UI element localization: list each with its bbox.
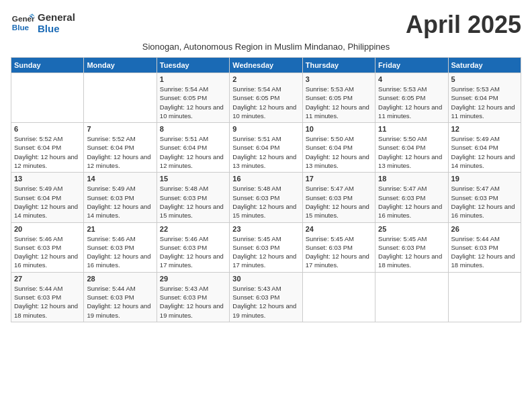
page-subtitle: Sionogan, Autonomous Region in Muslim Mi… — [11, 42, 521, 52]
col-header-tuesday: Tuesday — [157, 58, 229, 73]
calendar-cell — [84, 73, 157, 123]
day-info: Sunrise: 5:43 AM Sunset: 6:03 PM Dayligh… — [160, 284, 226, 320]
day-number: 27 — [14, 275, 81, 283]
calendar-week-4: 20Sunrise: 5:46 AM Sunset: 6:03 PM Dayli… — [11, 222, 521, 272]
day-info: Sunrise: 5:45 AM Sunset: 6:03 PM Dayligh… — [306, 234, 372, 270]
logo-blue: Blue — [38, 23, 75, 34]
day-info: Sunrise: 5:45 AM Sunset: 6:03 PM Dayligh… — [232, 234, 299, 270]
col-header-saturday: Saturday — [448, 58, 521, 73]
day-number: 25 — [378, 225, 445, 233]
logo: General Blue General Blue — [11, 11, 75, 35]
col-header-sunday: Sunday — [11, 58, 84, 73]
calendar-cell: 27Sunrise: 5:44 AM Sunset: 6:03 PM Dayli… — [11, 272, 84, 322]
calendar-cell: 11Sunrise: 5:50 AM Sunset: 6:04 PM Dayli… — [375, 123, 448, 173]
calendar-cell: 10Sunrise: 5:50 AM Sunset: 6:04 PM Dayli… — [302, 123, 375, 173]
day-number: 4 — [378, 75, 445, 83]
calendar-cell: 30Sunrise: 5:43 AM Sunset: 6:03 PM Dayli… — [230, 272, 302, 322]
day-info: Sunrise: 5:48 AM Sunset: 6:03 PM Dayligh… — [232, 184, 299, 220]
day-info: Sunrise: 5:49 AM Sunset: 6:04 PM Dayligh… — [451, 134, 518, 170]
day-number: 19 — [451, 175, 518, 183]
calendar-cell: 1Sunrise: 5:54 AM Sunset: 6:05 PM Daylig… — [157, 73, 229, 123]
day-info: Sunrise: 5:49 AM Sunset: 6:03 PM Dayligh… — [87, 184, 153, 220]
calendar-cell: 22Sunrise: 5:46 AM Sunset: 6:03 PM Dayli… — [157, 222, 229, 272]
day-info: Sunrise: 5:46 AM Sunset: 6:03 PM Dayligh… — [160, 234, 226, 270]
calendar-cell — [11, 73, 84, 123]
day-number: 3 — [306, 75, 372, 83]
calendar-cell: 21Sunrise: 5:46 AM Sunset: 6:03 PM Dayli… — [84, 222, 157, 272]
day-number: 26 — [451, 225, 518, 233]
day-info: Sunrise: 5:47 AM Sunset: 6:03 PM Dayligh… — [378, 184, 445, 220]
calendar-cell: 5Sunrise: 5:53 AM Sunset: 6:04 PM Daylig… — [448, 73, 521, 123]
day-info: Sunrise: 5:44 AM Sunset: 6:03 PM Dayligh… — [451, 234, 518, 270]
calendar-week-3: 13Sunrise: 5:49 AM Sunset: 6:04 PM Dayli… — [11, 173, 521, 222]
col-header-thursday: Thursday — [302, 58, 375, 73]
calendar-header-row: SundayMondayTuesdayWednesdayThursdayFrid… — [11, 58, 521, 73]
day-number: 29 — [160, 275, 226, 283]
day-info: Sunrise: 5:47 AM Sunset: 6:03 PM Dayligh… — [451, 184, 518, 220]
calendar-cell: 25Sunrise: 5:45 AM Sunset: 6:03 PM Dayli… — [375, 222, 448, 272]
day-info: Sunrise: 5:51 AM Sunset: 6:04 PM Dayligh… — [160, 134, 226, 170]
day-number: 1 — [160, 75, 226, 83]
day-number: 7 — [87, 125, 153, 133]
calendar-cell: 7Sunrise: 5:52 AM Sunset: 6:04 PM Daylig… — [84, 123, 157, 173]
logo-icon: General Blue — [11, 11, 35, 35]
day-number: 8 — [160, 125, 226, 133]
page-header: General Blue General Blue April 2025 — [11, 11, 521, 39]
day-number: 16 — [232, 175, 299, 183]
day-info: Sunrise: 5:53 AM Sunset: 6:05 PM Dayligh… — [306, 85, 372, 120]
calendar-cell — [375, 272, 448, 322]
svg-text:Blue: Blue — [12, 23, 30, 32]
calendar-week-5: 27Sunrise: 5:44 AM Sunset: 6:03 PM Dayli… — [11, 272, 521, 322]
day-number: 10 — [306, 125, 372, 133]
calendar-cell: 19Sunrise: 5:47 AM Sunset: 6:03 PM Dayli… — [448, 173, 521, 222]
day-number: 21 — [87, 225, 153, 233]
day-number: 18 — [378, 175, 445, 183]
calendar-body: 1Sunrise: 5:54 AM Sunset: 6:05 PM Daylig… — [11, 73, 521, 322]
day-number: 30 — [232, 275, 299, 283]
calendar-cell: 29Sunrise: 5:43 AM Sunset: 6:03 PM Dayli… — [157, 272, 229, 322]
calendar-week-1: 1Sunrise: 5:54 AM Sunset: 6:05 PM Daylig… — [11, 73, 521, 123]
day-number: 9 — [232, 125, 299, 133]
col-header-friday: Friday — [375, 58, 448, 73]
month-title: April 2025 — [406, 11, 521, 39]
calendar-cell: 9Sunrise: 5:51 AM Sunset: 6:04 PM Daylig… — [230, 123, 302, 173]
day-number: 12 — [451, 125, 518, 133]
day-info: Sunrise: 5:50 AM Sunset: 6:04 PM Dayligh… — [306, 134, 372, 170]
calendar-cell: 12Sunrise: 5:49 AM Sunset: 6:04 PM Dayli… — [448, 123, 521, 173]
calendar-cell — [302, 272, 375, 322]
calendar-week-2: 6Sunrise: 5:52 AM Sunset: 6:04 PM Daylig… — [11, 123, 521, 173]
calendar-cell: 4Sunrise: 5:53 AM Sunset: 6:05 PM Daylig… — [375, 73, 448, 123]
day-number: 5 — [451, 75, 518, 83]
day-info: Sunrise: 5:45 AM Sunset: 6:03 PM Dayligh… — [378, 234, 445, 270]
day-number: 28 — [87, 275, 153, 283]
col-header-monday: Monday — [84, 58, 157, 73]
day-info: Sunrise: 5:53 AM Sunset: 6:04 PM Dayligh… — [451, 85, 518, 120]
svg-text:General: General — [12, 14, 35, 23]
calendar-cell: 26Sunrise: 5:44 AM Sunset: 6:03 PM Dayli… — [448, 222, 521, 272]
day-info: Sunrise: 5:50 AM Sunset: 6:04 PM Dayligh… — [378, 134, 445, 170]
day-number: 13 — [14, 175, 81, 183]
day-info: Sunrise: 5:47 AM Sunset: 6:03 PM Dayligh… — [306, 184, 372, 220]
calendar-cell: 14Sunrise: 5:49 AM Sunset: 6:03 PM Dayli… — [84, 173, 157, 222]
day-info: Sunrise: 5:51 AM Sunset: 6:04 PM Dayligh… — [232, 134, 299, 170]
calendar-cell: 2Sunrise: 5:54 AM Sunset: 6:05 PM Daylig… — [230, 73, 302, 123]
calendar-table: SundayMondayTuesdayWednesdayThursdayFrid… — [11, 57, 521, 322]
calendar-cell: 13Sunrise: 5:49 AM Sunset: 6:04 PM Dayli… — [11, 173, 84, 222]
day-info: Sunrise: 5:43 AM Sunset: 6:03 PM Dayligh… — [232, 284, 299, 320]
day-info: Sunrise: 5:46 AM Sunset: 6:03 PM Dayligh… — [87, 234, 153, 270]
calendar-cell: 18Sunrise: 5:47 AM Sunset: 6:03 PM Dayli… — [375, 173, 448, 222]
day-info: Sunrise: 5:46 AM Sunset: 6:03 PM Dayligh… — [14, 234, 81, 270]
day-number: 22 — [160, 225, 226, 233]
calendar-cell: 8Sunrise: 5:51 AM Sunset: 6:04 PM Daylig… — [157, 123, 229, 173]
day-info: Sunrise: 5:44 AM Sunset: 6:03 PM Dayligh… — [14, 284, 81, 320]
calendar-cell: 6Sunrise: 5:52 AM Sunset: 6:04 PM Daylig… — [11, 123, 84, 173]
day-info: Sunrise: 5:44 AM Sunset: 6:03 PM Dayligh… — [87, 284, 153, 320]
day-number: 17 — [306, 175, 372, 183]
day-info: Sunrise: 5:54 AM Sunset: 6:05 PM Dayligh… — [160, 85, 226, 120]
day-info: Sunrise: 5:52 AM Sunset: 6:04 PM Dayligh… — [14, 134, 81, 170]
col-header-wednesday: Wednesday — [230, 58, 302, 73]
day-number: 23 — [232, 225, 299, 233]
day-number: 15 — [160, 175, 226, 183]
calendar-cell: 15Sunrise: 5:48 AM Sunset: 6:03 PM Dayli… — [157, 173, 229, 222]
calendar-cell: 20Sunrise: 5:46 AM Sunset: 6:03 PM Dayli… — [11, 222, 84, 272]
